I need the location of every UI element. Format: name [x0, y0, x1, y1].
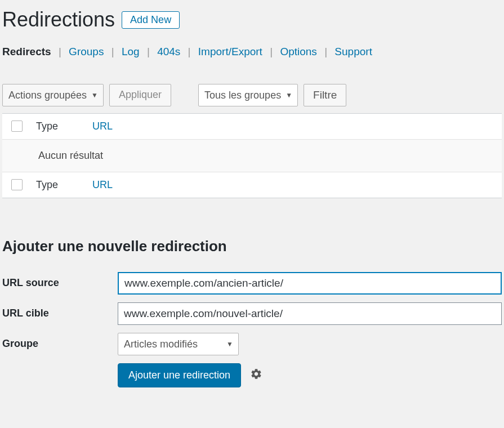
group-select[interactable]: Articles modifiés [118, 333, 239, 355]
nav-404s[interactable]: 404s [154, 46, 184, 57]
col-header-type: Type [36, 121, 92, 132]
table-header-row: Type URL [2, 114, 502, 140]
gear-icon[interactable] [250, 368, 262, 382]
target-url-label: URL cible [2, 307, 118, 319]
add-new-button[interactable]: Add New [122, 11, 180, 29]
select-all-checkbox-top[interactable] [11, 121, 23, 132]
page-title: Redirections [2, 7, 115, 33]
group-label: Groupe [2, 338, 118, 350]
filter-button[interactable]: Filtre [304, 84, 346, 106]
nav-options[interactable]: Options [276, 46, 320, 57]
nav-groups[interactable]: Groups [65, 46, 107, 57]
col-footer-type: Type [36, 179, 92, 191]
source-url-label: URL source [2, 277, 118, 289]
redirects-table: Type URL Aucun résultat Type URL [2, 113, 502, 198]
select-all-checkbox-bottom[interactable] [11, 179, 23, 190]
nav-redirects[interactable]: Redirects [2, 46, 55, 57]
nav-log[interactable]: Log [118, 46, 143, 57]
nav-support[interactable]: Support [331, 46, 376, 57]
table-footer-row: Type URL [2, 172, 502, 198]
source-url-input[interactable] [118, 272, 502, 295]
group-filter-select[interactable]: Tous les groupes [198, 84, 298, 106]
no-results-row: Aucun résultat [2, 140, 502, 172]
bulk-actions-select[interactable]: Actions groupées [2, 84, 104, 106]
target-url-input[interactable] [118, 302, 502, 325]
col-header-url[interactable]: URL [92, 121, 113, 132]
form-heading: Ajouter une nouvelle redirection [2, 238, 502, 255]
add-redirection-button[interactable]: Ajouter une redirection [118, 363, 241, 387]
apply-button[interactable]: Appliquer [109, 84, 171, 106]
nav-import-export[interactable]: Import/Export [195, 46, 266, 57]
subnav: Redirects | Groups | Log | 404s | Import… [2, 44, 502, 68]
col-footer-url[interactable]: URL [92, 179, 113, 191]
